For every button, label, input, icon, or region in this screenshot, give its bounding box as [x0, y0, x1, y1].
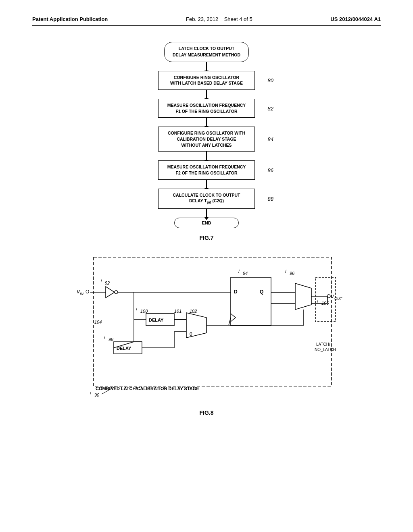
delay1-label: DELAY: [149, 318, 164, 322]
label-98-slash: /: [104, 335, 106, 340]
flow-arrow-0: [206, 62, 207, 71]
flow-start-bubble: LATCH CLOCK TO OUTPUTDELAY MEASUREMENT M…: [164, 42, 249, 62]
page: Patent Application Publication Feb. 23, …: [0, 0, 413, 532]
flow-rect-86: MEASURE OSCILLATION FREQUENCYF2 OF THE R…: [158, 160, 255, 179]
vout-label: V: [331, 294, 334, 299]
label-94-slash: /: [238, 269, 240, 274]
flow-step-86: MEASURE OSCILLATION FREQUENCYF2 OF THE R…: [158, 160, 255, 179]
dff-d-label: D: [234, 289, 238, 295]
dff-q-label: Q: [260, 289, 263, 295]
circuit-svg: V IN O 92 /: [69, 253, 344, 406]
label-92-slash: /: [101, 278, 102, 283]
label-104: 104: [94, 320, 102, 324]
label-106: 106: [321, 301, 329, 305]
main-content: LATCH CLOCK TO OUTPUTDELAY MEASUREMENT M…: [32, 38, 381, 416]
fig7-label: FIG.7: [199, 235, 213, 241]
header-patent-number: US 2012/0044024 A1: [330, 16, 381, 22]
flow-rect-84: CONFIGURE RING OSCILLATOR WITHCALIBRATIO…: [158, 127, 255, 152]
label-94: 94: [243, 271, 248, 276]
label-102: 102: [190, 309, 197, 314]
flow-step-80: CONFIGURE RING OSCILLATORWITH LATCH BASE…: [158, 71, 255, 90]
svg-rect-18: [231, 277, 271, 326]
svg-rect-0: [94, 257, 332, 386]
flow-step-84: CONFIGURE RING OSCILLATOR WITHCALIBRATIO…: [158, 127, 255, 152]
label-92: 92: [105, 281, 110, 285]
flow-rect-82: MEASURE OSCILLATION FREQUENCYF1 OF THE R…: [158, 99, 255, 118]
flow-label-82: 82: [268, 105, 273, 111]
header-publication: Patent Application Publication: [32, 16, 108, 22]
flow-rect-80: CONFIGURE RING OSCILLATORWITH LATCH BASE…: [158, 71, 255, 90]
label-100-slash: /: [136, 307, 138, 312]
fig8-label: FIG.8: [199, 409, 213, 416]
flow-label-80: 80: [268, 77, 273, 83]
flow-arrow-2: [206, 118, 207, 127]
mux-select-0: 0: [190, 331, 192, 337]
flow-arrow-4: [206, 180, 207, 189]
header-date-sheet: Feb. 23, 2012 Sheet 4 of 5: [186, 16, 252, 22]
svg-rect-31: [315, 277, 336, 322]
label-90: 90: [94, 393, 100, 397]
svg-marker-22: [295, 283, 311, 310]
header-date: Feb. 23, 2012: [186, 16, 218, 22]
label-96-slash: /: [285, 269, 287, 274]
flow-label-88: 88: [268, 195, 273, 202]
flow-rect-88: CALCULATE CLOCK TO OUTPUTDELAY Tpd (C2Q): [158, 189, 255, 209]
latch-nolatch-label: LATCH/: [316, 342, 330, 347]
label-106-slash: /: [317, 299, 319, 303]
fig8-section: V IN O 92 /: [32, 253, 381, 416]
fig8-circuit: V IN O 92 /: [69, 253, 344, 406]
label-101: 101: [174, 309, 181, 314]
label-98: 98: [108, 337, 114, 342]
vin-circle: O: [86, 289, 89, 295]
label-96: 96: [290, 271, 295, 276]
svg-marker-2: [106, 287, 115, 298]
flow-step-82: MEASURE OSCILLATION FREQUENCYF1 OF THE R…: [158, 99, 255, 118]
flow-arrow-1: [206, 90, 207, 99]
header-sheet: Sheet 4 of 5: [224, 16, 252, 22]
page-header: Patent Application Publication Feb. 23, …: [32, 16, 381, 26]
vin-subscript: IN: [80, 292, 84, 296]
flow-label-84: 84: [268, 136, 273, 142]
label-100: 100: [140, 309, 148, 314]
flow-label-86: 86: [268, 167, 273, 173]
flow-arrow-3: [206, 152, 207, 160]
flow-step-88: CALCULATE CLOCK TO OUTPUTDELAY Tpd (C2Q)…: [158, 189, 255, 209]
latch-nolatch-label2: NO_LATCH: [315, 347, 336, 352]
fig7-flowchart: LATCH CLOCK TO OUTPUTDELAY MEASUREMENT M…: [158, 42, 255, 253]
label-90-slash: /: [90, 391, 92, 395]
flow-arrow-5: [206, 209, 207, 218]
